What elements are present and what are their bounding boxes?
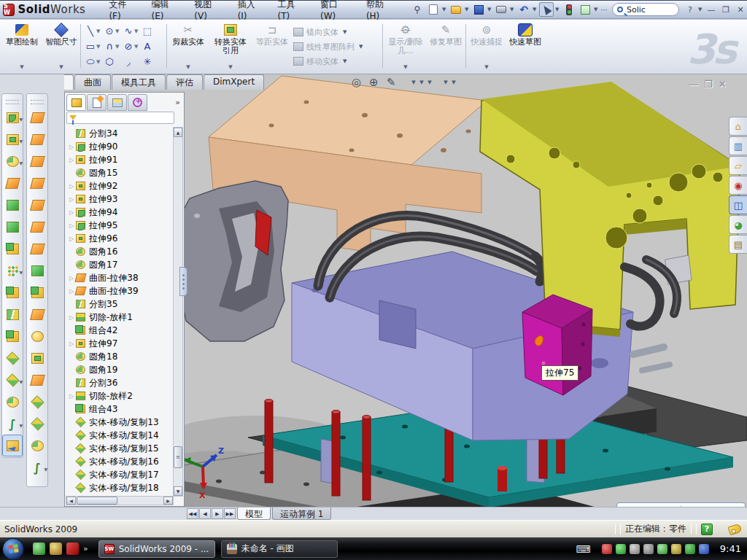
taskbar-task-button[interactable]: SWSolidWorks 2009 - ... bbox=[98, 540, 215, 558]
dropdown-arrow-icon[interactable]: ▼ bbox=[96, 59, 101, 65]
part-right-hoses[interactable] bbox=[624, 255, 692, 326]
select-tool-button[interactable] bbox=[539, 2, 554, 17]
view-tool-button[interactable]: ◎▼ bbox=[352, 76, 366, 89]
view-tool-button[interactable]: ✎▼ bbox=[387, 76, 401, 89]
tree-expand-arrow[interactable]: ▷ bbox=[68, 314, 75, 321]
quick-launch-icon[interactable] bbox=[50, 542, 62, 555]
tree-item[interactable]: ▷ 实体-移动/复制17 bbox=[68, 468, 174, 481]
dropdown-arrow-icon[interactable]: ▼ bbox=[403, 64, 407, 70]
surface-tool-button[interactable]: ▼ bbox=[27, 216, 47, 238]
quick-tips-button[interactable]: ? bbox=[701, 524, 713, 535]
surface-tool-button[interactable]: ▼ bbox=[27, 238, 47, 260]
tree-expand-arrow[interactable]: ▷ bbox=[68, 144, 75, 150]
sketch-tool-button[interactable]: ⬡▼ bbox=[104, 54, 123, 69]
scroll-right-button[interactable]: ▶ bbox=[163, 497, 173, 505]
propertymanager-tab[interactable] bbox=[87, 94, 107, 111]
dropdown-arrow-icon[interactable]: ▼ bbox=[134, 28, 139, 34]
dropdown-arrow-icon[interactable]: ▼ bbox=[594, 7, 599, 12]
smart-dimension-button[interactable]: 智能尺寸 ▼ bbox=[42, 22, 80, 71]
quick-launch-chevron[interactable]: » bbox=[83, 544, 88, 553]
surface-tool-button[interactable]: ▼ bbox=[27, 413, 47, 435]
tree-item[interactable]: ▷ 曲面-拉伸39 bbox=[68, 284, 174, 298]
tree-item[interactable]: ▷ 曲面-拉伸38 bbox=[68, 271, 174, 284]
feature-tool-button[interactable]: ▼ bbox=[2, 303, 23, 325]
dropdown-arrow-icon[interactable]: ▼ bbox=[427, 79, 433, 85]
doc-minimize-button[interactable]: — bbox=[689, 79, 698, 90]
dropdown-arrow-icon[interactable]: ▼ bbox=[44, 467, 47, 472]
surface-tool-button[interactable]: ▼ bbox=[27, 194, 47, 216]
surface-tool-button[interactable]: ▼ bbox=[27, 150, 47, 172]
feature-tool-button[interactable]: ▼ bbox=[2, 106, 23, 128]
surface-tool-button[interactable]: ▼ bbox=[27, 281, 47, 303]
pin-toolbar-icon[interactable]: ⚲ bbox=[410, 2, 425, 17]
tree-horizontal-scrollbar[interactable]: ◀ ▶ bbox=[66, 496, 174, 505]
surface-tool-button[interactable]: ∫▼ bbox=[27, 456, 47, 478]
help-button[interactable]: ? bbox=[684, 4, 697, 15]
undo-button[interactable]: ↶ bbox=[516, 2, 531, 17]
taskbar-clock[interactable]: 9:41 bbox=[720, 543, 741, 554]
filter-bar[interactable] bbox=[66, 112, 174, 124]
feature-tool-button[interactable]: ▼ bbox=[2, 260, 23, 281]
tray-icon[interactable] bbox=[671, 544, 681, 554]
dropdown-arrow-icon[interactable]: ▼ bbox=[411, 79, 417, 85]
command-tab[interactable]: DimXpert bbox=[204, 74, 264, 90]
sketch-button[interactable]: 草图绘制 ▼ bbox=[3, 22, 41, 71]
tree-expand-arrow[interactable]: ▷ bbox=[68, 341, 75, 347]
sheet-nav-button[interactable]: ◀◀ bbox=[187, 508, 198, 519]
offset-entities-button[interactable]: ⊐ 等距实体 bbox=[255, 22, 289, 71]
restore-button[interactable]: ❐ bbox=[719, 4, 732, 15]
tree-item[interactable]: ▷ 拉伸92 bbox=[68, 179, 174, 192]
feature-tool-button[interactable]: ▼ bbox=[2, 391, 23, 413]
dropdown-arrow-icon[interactable]: ▼ bbox=[19, 160, 23, 166]
display-delete-relations-button[interactable]: ⚙ 显示/删除几... ▼ bbox=[387, 22, 425, 71]
task-pane-tab[interactable]: ▥ bbox=[729, 136, 747, 155]
feature-tool-button[interactable]: ▼ bbox=[2, 194, 23, 216]
tree-item[interactable]: ▷ 拉伸90 bbox=[68, 140, 174, 153]
tree-item[interactable]: ▷ 切除-放样1 bbox=[68, 311, 174, 324]
dropdown-arrow-icon[interactable]: ▼ bbox=[442, 7, 447, 12]
task-pane-tab[interactable]: ▱ bbox=[729, 156, 747, 175]
view-tool-button[interactable]: ▼ bbox=[403, 79, 409, 85]
feature-tool-button[interactable]: ▼ bbox=[2, 435, 23, 456]
feature-tool-button[interactable]: ▼ bbox=[2, 347, 23, 369]
dropdown-arrow-icon[interactable]: ▼ bbox=[698, 7, 703, 12]
tree-item[interactable]: ▷ 组合42 bbox=[68, 324, 174, 337]
sketch-tool-button[interactable]: ⬭▼ bbox=[85, 54, 104, 69]
surface-tool-button[interactable]: ▼ bbox=[27, 347, 47, 369]
scroll-up-button[interactable]: ▲ bbox=[174, 128, 182, 137]
tree-item[interactable]: ▷ 组合43 bbox=[68, 402, 174, 416]
command-tab[interactable]: 评估 bbox=[166, 74, 203, 90]
feature-tool-button[interactable]: ▼ bbox=[2, 238, 23, 260]
task-pane-tab[interactable]: ◫ bbox=[729, 195, 747, 214]
search-box[interactable]: Solic bbox=[612, 3, 679, 16]
surface-tool-button[interactable]: ▼ bbox=[27, 172, 47, 194]
tree-vertical-scrollbar[interactable]: ▲ ≡ ▼ bbox=[173, 127, 183, 497]
sheet-nav-button[interactable]: ◀ bbox=[199, 508, 211, 519]
view-tab[interactable]: 模型 bbox=[237, 508, 271, 520]
dropdown-arrow-icon[interactable]: ▼ bbox=[484, 64, 488, 70]
view-tool-button[interactable]: ▼ bbox=[444, 79, 449, 85]
sketch-tool-button[interactable]: ⊙▼ bbox=[104, 23, 123, 39]
dropdown-arrow-icon[interactable]: ▼ bbox=[186, 64, 190, 70]
tree-item[interactable]: ▷ 圆角15 bbox=[68, 166, 174, 179]
feature-tool-button[interactable]: ▼ bbox=[2, 172, 23, 194]
surface-tool-button[interactable]: ▼ bbox=[27, 128, 47, 150]
search-input[interactable]: Solic bbox=[627, 5, 646, 15]
tree-item[interactable]: ▷ 拉伸95 bbox=[68, 219, 174, 232]
sketch-tool-button[interactable]: ╲▼ bbox=[85, 23, 104, 39]
stack-tool-button[interactable]: 镜向实体▼ bbox=[293, 26, 364, 39]
dropdown-arrow-icon[interactable]: ▼ bbox=[343, 58, 348, 64]
trim-entities-button[interactable]: ✂ 剪裁实体 ▼ bbox=[171, 22, 206, 71]
surface-tool-button[interactable]: ▼ bbox=[27, 260, 47, 281]
new-document-button[interactable] bbox=[426, 2, 441, 17]
dropdown-arrow-icon[interactable]: ▼ bbox=[20, 64, 23, 70]
taskbar-task-button[interactable]: 未命名 - 画图 bbox=[221, 540, 338, 558]
dropdown-arrow-icon[interactable]: ▼ bbox=[115, 28, 120, 34]
tree-item[interactable]: ▷ 实体-移动/复制14 bbox=[68, 429, 174, 442]
tree-item[interactable]: ▷ 实体-移动/复制13 bbox=[68, 416, 174, 429]
feature-tool-button[interactable]: ▼ bbox=[2, 216, 23, 238]
tray-icon[interactable] bbox=[630, 544, 640, 554]
feature-tool-button[interactable]: ▼ bbox=[2, 150, 23, 172]
dropdown-arrow-icon[interactable]: ▼ bbox=[359, 44, 364, 50]
keyboard-layout-icon[interactable]: ⌨ bbox=[576, 543, 591, 555]
